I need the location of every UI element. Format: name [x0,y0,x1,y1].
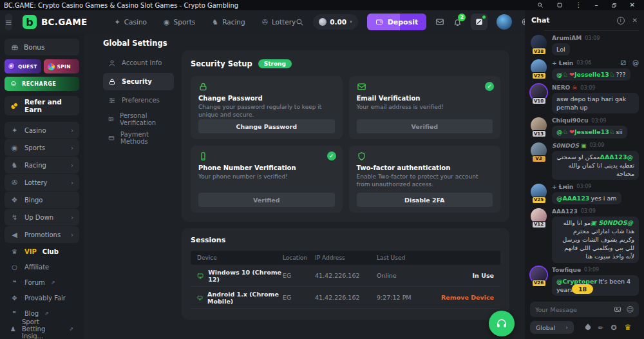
gif-image-icon[interactable] [614,305,621,313]
security-strength-badge: Strong [258,59,292,68]
vip-level-badge: V10 [532,97,546,104]
vip-level-badge: V3 [532,155,546,162]
window-menu-icon[interactable]: ⋮ [571,2,587,8]
monitor-icon [197,272,204,280]
window-minimize-button[interactable]: – [590,2,603,8]
sidebar-item-updown[interactable]: ↯Up Down› [5,209,79,226]
quest-button[interactable]: QUEST [5,59,41,73]
nav-casino[interactable]: ✦Casino [115,18,147,26]
recharge-icon [10,80,17,88]
chat-message-input[interactable] [535,306,609,313]
chat-title: Chat [531,16,609,24]
lottery-icon: ✇ [10,179,19,187]
search-icon[interactable] [296,18,304,26]
external-link-icon: ⇗ [69,326,73,332]
inbox-icon[interactable] [435,17,444,26]
disable-2fa-button[interactable]: Disable 2FA [357,193,493,207]
badge-wheel-icon[interactable]: ✪ [611,324,617,332]
mention-icon[interactable]: @ [632,59,639,66]
window-search-icon[interactable] [532,2,549,8]
hamburger-menu-button[interactable]: ≡ [5,14,12,30]
chat-username: ArumiAM [552,35,582,41]
main-content: Global Settings Account Info Security Pr… [84,34,525,339]
notifications-bell[interactable]: 2 [453,18,462,26]
sidebar-item-racing[interactable]: ♞Racing› [5,157,79,173]
sidebar-item-provably-fair[interactable]: ✥Provably Fair [5,290,79,305]
coin-icon [319,18,327,26]
chat-timestamp: 03:09 [585,35,600,41]
sidebar-item-forum[interactable]: ❝Forum⇗ [5,275,79,290]
wallet-balance-dropdown[interactable]: 0.00 ▾ [313,14,357,30]
tab-security[interactable]: Security [103,73,174,90]
chevron-right-icon: › [71,214,73,221]
racing-icon: ♞ [212,18,218,26]
verified-check-icon: ✓ [327,151,336,160]
phone-verified-button[interactable]: Verified [198,193,335,207]
sidebar-bonus[interactable]: Bonus [5,39,79,55]
unread-count-badge[interactable]: 18 [572,284,593,294]
sidebar-item-bingo[interactable]: ❖Bingo [5,191,79,208]
email-verified-button[interactable]: Verified [357,119,493,133]
deposit-button[interactable]: Deposit [367,14,427,30]
bingo-icon: ❖ [10,196,19,204]
spin-button[interactable]: SPIN [44,59,79,73]
nav-sports[interactable]: ◉Sports [164,18,195,26]
nav-racing[interactable]: ♞Racing [212,18,245,26]
chat-bubble: @♘❤Jesselle13♘??? [552,68,630,81]
nav-lottery[interactable]: ✇Lottery [262,18,296,26]
chat-timestamp: 03:09 [584,267,599,273]
channel-selector[interactable]: Global› [530,321,574,334]
tab-personal-verification[interactable]: Personal Verification [103,110,174,128]
chat-toggle-button[interactable] [471,14,488,30]
vip-level-badge: V26 [532,280,546,287]
user-emoji: ▣ [581,142,587,149]
tab-payment-methods[interactable]: Payment Methods [103,129,174,146]
chat-message: V38 ArumiAM03:09 Lol [530,35,639,55]
window-close-button[interactable]: ✕ [625,2,640,8]
tab-preferences[interactable]: Preferences [103,92,174,109]
user-avatar[interactable] [497,14,512,30]
tab-account-info[interactable]: Account Info [103,54,174,72]
chevron-right-icon: › [71,127,73,134]
chat-username: Towfique [552,267,581,273]
two-factor-card: Two-factor authentication Enable Two-fac… [349,146,501,213]
bcgame-logo-icon: b [23,15,37,29]
sidebar-item-affiliate[interactable]: ○Affiliate [5,259,79,275]
chat-username: + Ƚмin [552,60,573,66]
emoji-icon[interactable]: ☺ [627,305,634,314]
rain-drop-icon[interactable] [584,324,591,331]
sidebar-item-lottery[interactable]: ✇Lottery› [5,174,79,191]
support-button[interactable] [489,311,515,336]
session-row: Windows 10 (Chrome 12) EG 41.42.226.162 … [191,265,500,287]
info-icon[interactable]: i [617,17,625,24]
window-restore-button[interactable] [606,3,622,8]
brand-logo[interactable]: b BC.GAME [23,15,88,29]
dice-icon[interactable]: ⚂ [620,59,626,66]
left-sidebar: Bonus QUEST SPIN RECHARGE Refer and Earn… [0,34,84,339]
chat-message: V25 + Ƚмin03:06 ⚂@ @♘❤Jesselle13♘??? [530,59,639,81]
sidebar-item-casino[interactable]: ✦Casino› [5,122,79,139]
recharge-button[interactable]: RECHARGE [5,77,79,91]
chat-message: V12 AAA12303:09 @S0NDOS ▣مو انا والله هذ… [530,208,639,263]
sidebar-item-promotions[interactable]: ◀Promotions› [5,226,79,243]
refer-and-earn-button[interactable]: Refer and Earn [5,96,79,115]
sidebar-item-sports[interactable]: ◉Sports› [5,139,79,156]
close-icon[interactable]: ✕ [632,17,638,24]
sliders-icon [108,97,116,104]
sessions-table-header: Device Location IP Address Last Used [191,251,500,265]
chat-message-list: V38 ArumiAM03:09 Lol V25 + Ƚмin03:06 ⚂@ … [525,31,644,299]
sidebar-item-sport-betting[interactable]: ♟Sport Betting Insig...⇗ [5,321,79,336]
chat-username: AAA123 [552,208,578,215]
chat-username: Chiqui90cu [552,117,588,124]
window-app-icon[interactable] [551,2,568,8]
chevron-right-icon: › [71,179,73,186]
spin-wheel-icon [48,63,55,70]
pencil-icon[interactable]: ✏ [598,324,603,331]
change-password-button[interactable]: Change Password [198,119,335,133]
sidebar-item-vip-club[interactable]: ♛VIPClub [5,244,79,259]
chat-bubble: asw depo tiap hari gak pernah up [552,93,639,113]
phone-icon [198,151,335,161]
remove-device-button[interactable]: Remove Device [441,294,494,301]
chat-panel: Chat i ✕ V38 ArumiAM03:09 Lol V25 + Ƚмin… [525,10,644,339]
trophy-icon[interactable]: ♛ [624,323,631,332]
